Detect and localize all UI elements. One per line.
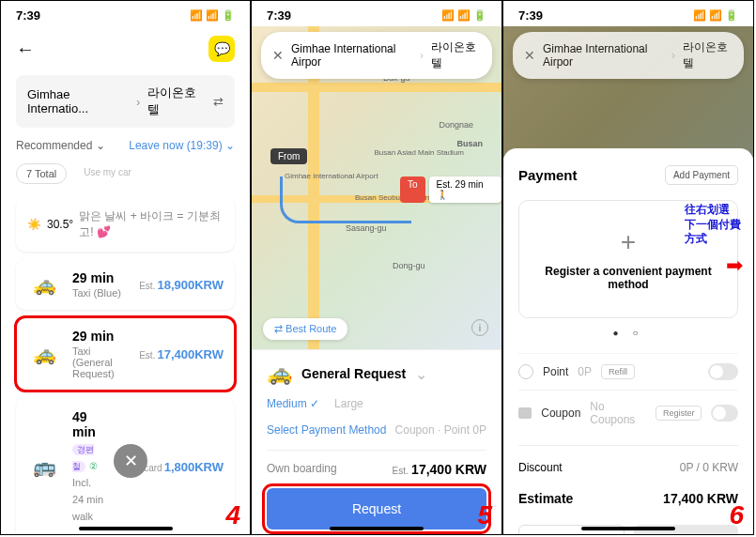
status-icons: 📶 📶 🔋 [190,9,235,22]
header: ← 💬 [1,26,250,71]
weather-text: 맑은 날씨 + 바이크 = 기분최고! 💕 [79,208,224,240]
route-selector[interactable]: Gimhae Internatio... › 라이온호텔 ⇄ [16,75,235,128]
route-to: 라이온호텔 [147,84,206,118]
chips-row: 7 Total Use my car [1,160,250,192]
card-price: 17,400KRW [157,347,224,361]
point-row[interactable]: Point 0P Refill [518,353,738,390]
arrow-right-icon: ➡ [726,253,743,278]
card-time: 49 min [72,409,105,439]
payment-sheet: Payment Add Payment 往右划選 下一個付費 方式 + Regi… [503,148,753,535]
filter-row: Recommended ⌄ Leave now (19:39) ⌄ [1,131,250,160]
search-from: Gimhae International Airpor [291,42,412,69]
weather-card: ☀️ 30.5° 맑은 날씨 + 바이크 = 기분최고! 💕 [16,197,235,252]
phone-screen-1: 7:39 📶 📶 🔋 ← 💬 Gimhae Internatio... › 라이… [0,0,251,535]
phone-screen-3: 7:39 📶 📶 🔋 ✕ Gimhae International Airpor… [502,0,754,535]
add-payment-button[interactable]: Add Payment [665,165,738,185]
result-card-taxi-general[interactable]: 🚕 29 min Taxi (General Request) Est.17,4… [16,317,235,391]
chevron-right-icon: › [136,95,140,109]
boarding-row: Own boarding Est. 17,400 KRW [267,450,486,477]
refill-button[interactable]: Refill [601,364,635,379]
size-selector: Medium ✓ Large [267,397,486,410]
chip-usecar[interactable]: Use my car [74,163,141,184]
sheet-title: General Request [301,366,406,381]
result-card-taxi-blue[interactable]: 🚕 29 min Taxi (Blue) Est.18,900KRW [16,259,235,310]
size-large[interactable]: Large [334,397,363,410]
status-icons: 📶 📶 🔋 [441,9,486,22]
step-number: 4 [225,500,240,530]
close-fab[interactable]: ✕ [114,444,147,478]
card-time: 29 min [72,270,128,285]
search-to: 라이온호텔 [431,39,481,71]
map[interactable]: Buk-gu Busan Dongnae Sasang-gu Dong-gu G… [252,26,501,349]
route-line [280,176,411,223]
page-dots: ● ○ [518,328,738,338]
discount-row: Discount 0P / 0 KRW [518,455,738,480]
back-icon[interactable]: ← [16,38,35,60]
best-route-chip[interactable]: ⇄ Best Route [263,318,347,340]
taxi-icon: 🚕 [267,361,292,386]
chevron-down-icon[interactable]: ⌄ [415,365,427,383]
swap-icon[interactable]: ⇄ [213,95,224,109]
status-time: 7:39 [267,8,291,23]
status-icons: 📶 📶 🔋 [693,9,738,22]
coupon-icon [518,407,532,419]
search-pill: ✕ Gimhae International Airpor › 라이온호텔 [513,32,744,79]
payment-title: Payment [518,167,578,183]
home-indicator[interactable] [330,527,424,530]
status-time: 7:39 [16,8,40,23]
bottom-sheet: 🚕 General Request ⌄ Medium ✓ Large Selec… [252,349,501,535]
to-marker: To Est. 29 min 🚶 [400,176,501,203]
status-bar: 7:39 📶 📶 🔋 [252,1,501,26]
size-medium[interactable]: Medium ✓ [267,397,319,410]
point-toggle[interactable] [708,363,738,380]
register-text: Register a convenient payment method [538,265,718,291]
home-indicator[interactable] [581,527,675,530]
leave-time[interactable]: Leave now (19:39) ⌄ [129,139,235,152]
estimate-row: Estimate 17,400 KRW [518,485,738,512]
chip-total[interactable]: 7 Total [16,163,67,184]
taxi-icon: 🚕 [27,342,61,366]
step-number: 6 [729,500,744,530]
phone-screen-2: 7:39 📶 📶 🔋 Buk-gu Busan Dongnae Sasang-g… [251,0,502,535]
card-sub: Taxi (General Request) [72,345,128,379]
weather-temp: 30.5° [47,218,73,231]
status-bar: 7:39 📶 📶 🔋 [1,1,250,26]
step-number: 5 [477,500,492,530]
map-dimmed: ✕ Gimhae International Airpor › 라이온호텔 [503,26,753,158]
search-pill[interactable]: ✕ Gimhae International Airpor › 라이온호텔 [261,32,492,79]
card-price: 18,900KRW [157,278,224,292]
kakao-icon[interactable]: 💬 [208,36,235,62]
request-button[interactable]: Request [267,488,486,529]
home-indicator[interactable] [79,527,173,530]
card-time: 29 min [72,329,128,344]
annotation-text: 往右划選 下一個付費 方式 [685,203,741,247]
status-bar: 7:39 📶 📶 🔋 [503,1,753,26]
close-icon[interactable]: ✕ [272,48,284,63]
from-marker: From [270,148,307,164]
card-sub: Taxi (Blue) [72,287,128,299]
route-from: Gimhae Internatio... [27,87,129,115]
coupon-toggle[interactable] [711,405,738,422]
info-icon[interactable]: i [471,319,488,336]
status-time: 7:39 [518,8,543,23]
radio-icon[interactable] [518,364,533,379]
close-icon: ✕ [524,48,535,63]
sun-icon: ☀️ [27,218,41,231]
coupon-row[interactable]: Coupon No Coupons Register [518,390,738,436]
bus-icon: 🚌 [27,454,61,479]
taxi-icon: 🚕 [27,272,61,297]
payment-method-row[interactable]: Select Payment Method Coupon · Point 0P [267,423,486,437]
register-coupon-button[interactable]: Register [656,406,702,421]
card-price: 1,800KRW [164,460,224,474]
sort-dropdown[interactable]: Recommended ⌄ [16,139,105,152]
payment-method-card[interactable]: 往右划選 下一個付費 方式 + Register a convenient pa… [518,200,738,318]
